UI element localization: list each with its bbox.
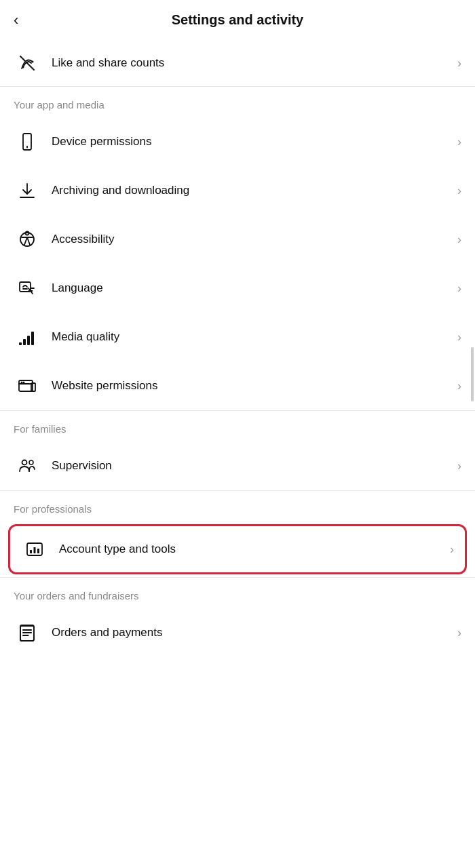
device-permissions-item[interactable]: Device permissions ›: [0, 117, 475, 166]
like-share-icon: [14, 50, 41, 77]
like-share-chevron: ›: [457, 56, 461, 71]
accessibility-item[interactable]: Accessibility ›: [0, 215, 475, 264]
device-icon: [14, 128, 41, 155]
website-permissions-item[interactable]: Website permissions ›: [0, 361, 475, 410]
website-icon: [14, 372, 41, 399]
orders-payments-label: Orders and payments: [52, 626, 457, 639]
svg-rect-14: [19, 342, 22, 345]
language-icon: [14, 275, 41, 302]
account-tools-chevron: ›: [450, 542, 454, 557]
svg-line-10: [24, 237, 27, 245]
accessibility-chevron: ›: [457, 233, 461, 247]
media-quality-item[interactable]: Media quality ›: [0, 313, 475, 361]
language-chevron: ›: [457, 281, 461, 296]
svg-point-24: [29, 460, 33, 465]
supervision-label: Supervision: [52, 459, 457, 473]
supervision-icon: [14, 452, 41, 479]
account-type-tools-item[interactable]: Account type and tools ›: [8, 524, 467, 574]
svg-rect-27: [34, 547, 36, 553]
archiving-downloading-item[interactable]: Archiving and downloading ›: [0, 166, 475, 215]
svg-rect-16: [27, 336, 30, 345]
svg-rect-15: [23, 339, 26, 345]
accessibility-label: Accessibility: [52, 233, 457, 246]
orders-payments-item[interactable]: Orders and payments ›: [0, 608, 475, 657]
orders-icon: [14, 619, 41, 646]
account-tools-icon: [21, 536, 48, 563]
supervision-chevron: ›: [457, 459, 461, 473]
svg-rect-29: [20, 626, 34, 641]
account-type-tools-label: Account type and tools: [59, 542, 450, 556]
back-button[interactable]: ‹: [14, 12, 18, 29]
accessibility-icon: [14, 226, 41, 253]
svg-rect-12: [20, 282, 31, 292]
section-label-orders: Your orders and fundraisers: [0, 578, 475, 608]
like-share-counts-label: Like and share counts: [52, 56, 457, 70]
download-icon: [14, 177, 41, 204]
svg-rect-28: [37, 549, 39, 553]
website-permissions-label: Website permissions: [52, 379, 457, 393]
svg-point-1: [32, 61, 34, 63]
media-quality-icon: [14, 323, 41, 351]
media-quality-label: Media quality: [52, 330, 457, 344]
page-header: ‹ Settings and activity: [0, 0, 475, 40]
svg-point-23: [22, 460, 27, 465]
section-label-families: For families: [0, 411, 475, 441]
section-label-professionals: For professionals: [0, 491, 475, 521]
svg-rect-17: [31, 332, 34, 345]
archiving-downloading-label: Archiving and downloading: [52, 184, 457, 197]
device-permissions-chevron: ›: [457, 135, 461, 149]
device-permissions-label: Device permissions: [52, 135, 457, 149]
website-permissions-chevron: ›: [457, 379, 461, 393]
svg-rect-26: [30, 550, 32, 553]
section-label-app-media: Your app and media: [0, 87, 475, 117]
like-share-counts-item[interactable]: Like and share counts ›: [0, 40, 475, 86]
supervision-item[interactable]: Supervision ›: [0, 441, 475, 490]
media-quality-chevron: ›: [457, 330, 461, 344]
language-item[interactable]: Language ›: [0, 264, 475, 313]
archiving-chevron: ›: [457, 184, 461, 198]
svg-line-11: [27, 237, 30, 245]
scrollbar[interactable]: [471, 347, 474, 401]
language-label: Language: [52, 281, 457, 295]
svg-point-2: [22, 66, 24, 68]
page-title: Settings and activity: [172, 12, 304, 28]
orders-payments-chevron: ›: [457, 626, 461, 640]
